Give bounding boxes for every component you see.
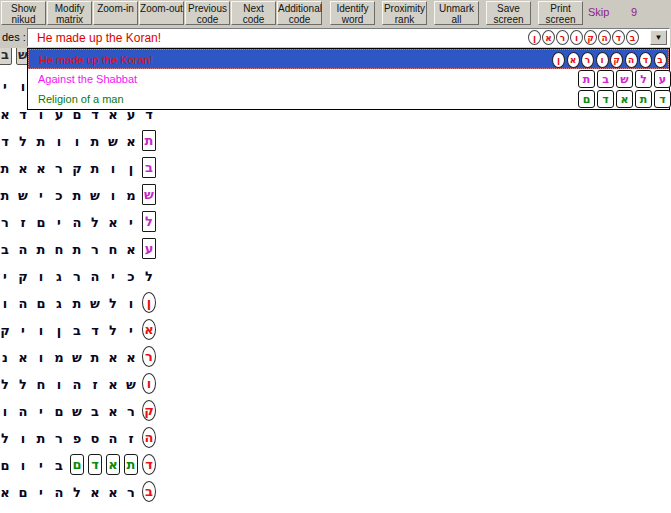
toolbar-button-print-screen[interactable]: Printscreen (538, 1, 583, 25)
combobox-dropdown-arrow-icon[interactable]: ▼ (650, 30, 667, 45)
toolbar-button-zoom-out[interactable]: Zoom-out (139, 1, 184, 25)
matrix-letter[interactable]: ס (86, 428, 104, 450)
toolbar-button-unmark-all[interactable]: Unmarkall (434, 1, 479, 25)
matrix-letter[interactable]: ב (86, 401, 104, 423)
matrix-letter[interactable]: ת (0, 185, 14, 207)
matrix-letter[interactable]: ש (86, 293, 104, 315)
matrix-letter[interactable]: פ (68, 428, 86, 450)
matrix-letter[interactable]: ל (0, 374, 14, 396)
matrix-letter[interactable]: א (14, 158, 32, 180)
toolbar-button-show-nikud[interactable]: Shownikud (1, 1, 46, 25)
matrix-letter[interactable]: א (122, 347, 140, 369)
matrix-letter[interactable]: ו (32, 320, 50, 342)
codes-combobox[interactable]: He made up the Koran! ןארוקהדב ▼ (27, 28, 670, 47)
matrix-letter[interactable]: כ (122, 266, 140, 288)
matrix-letter[interactable]: ת (68, 239, 86, 261)
matrix-letter[interactable]: ה (68, 212, 86, 234)
matrix-letter[interactable]: א (104, 401, 122, 423)
matrix-letter-marked-circle[interactable]: א (142, 319, 156, 340)
toolbar-button-save-screen[interactable]: Savescreen (486, 1, 531, 25)
matrix-letter[interactable]: ו (50, 131, 68, 153)
matrix-letter[interactable]: ת (86, 158, 104, 180)
matrix-letter[interactable]: ה (14, 239, 32, 261)
matrix-letter[interactable]: א (104, 482, 122, 504)
matrix-letter-marked-magenta[interactable]: ע (142, 238, 156, 259)
matrix-letter[interactable]: ם (32, 212, 50, 234)
matrix-letter[interactable]: ש (68, 347, 86, 369)
matrix-letter-marked-green[interactable]: ם (70, 454, 84, 475)
matrix-letter[interactable]: א (86, 482, 104, 504)
matrix-letter[interactable]: ה (14, 401, 32, 423)
matrix-letter[interactable]: ז (122, 428, 140, 450)
matrix-letter[interactable]: ל (140, 266, 158, 288)
toolbar-button-next-code[interactable]: Nextcode (231, 1, 276, 25)
matrix-letter[interactable]: ת (68, 293, 86, 315)
matrix-letter[interactable]: ו (32, 347, 50, 369)
matrix-letter[interactable]: י (0, 266, 14, 288)
matrix-letter[interactable]: ר (68, 266, 86, 288)
matrix-letter-marked-circle[interactable]: ה (142, 427, 156, 448)
matrix-letter[interactable]: י (14, 320, 32, 342)
matrix-letter[interactable]: ל (68, 482, 86, 504)
matrix-letter[interactable]: ש (104, 131, 122, 153)
matrix-letter[interactable]: ב (50, 455, 68, 477)
matrix-letter[interactable]: א (32, 158, 50, 180)
matrix-letter[interactable]: ק (0, 320, 14, 342)
matrix-letter[interactable]: ש (122, 374, 140, 396)
matrix-letter[interactable]: א (122, 239, 140, 261)
matrix-letter[interactable]: ם (14, 482, 32, 504)
matrix-letter[interactable]: ל (0, 509, 14, 513)
matrix-letter-marked-green[interactable]: א (106, 454, 120, 475)
matrix-letter[interactable]: ת (32, 509, 50, 513)
matrix-letter[interactable]: ו (0, 293, 14, 315)
matrix-letter-marked-circle[interactable]: ר (142, 346, 156, 367)
matrix-letter[interactable]: ק (14, 266, 32, 288)
matrix-letter[interactable]: ל (104, 293, 122, 315)
matrix-letter-marked-magenta[interactable]: ל (142, 211, 156, 232)
matrix-letter[interactable]: ז (14, 212, 32, 234)
matrix-letter[interactable]: א (104, 212, 122, 234)
matrix-letter[interactable]: ם (32, 293, 50, 315)
matrix-letter[interactable]: ם (122, 509, 140, 513)
matrix-letter[interactable]: ד (0, 131, 14, 153)
matrix-letter-marked-magenta[interactable]: ש (142, 184, 156, 205)
matrix-letter[interactable]: ל (86, 212, 104, 234)
matrix-letter[interactable]: ר (50, 428, 68, 450)
matrix-letter-marked-circle[interactable]: ד (142, 454, 156, 475)
matrix-letter[interactable]: ז (86, 374, 104, 396)
matrix-letter[interactable]: ו (104, 185, 122, 207)
matrix-letter[interactable]: מ (122, 185, 140, 207)
dropdown-item-2[interactable]: Against the Shabbatתבשלע (28, 69, 669, 89)
matrix-letter[interactable]: ת (0, 158, 14, 180)
matrix-letter[interactable]: ק (68, 158, 86, 180)
matrix-letter[interactable]: ג (50, 266, 68, 288)
matrix-letter[interactable]: ב (0, 239, 14, 261)
toolbar-button-identify-word[interactable]: Identifyword (330, 1, 375, 25)
matrix-letter[interactable]: ש (14, 185, 32, 207)
matrix-letter[interactable]: מ (68, 509, 86, 513)
matrix-letter[interactable]: ו (14, 455, 32, 477)
matrix-letter[interactable]: ת (86, 131, 104, 153)
matrix-letter[interactable]: ל (0, 428, 14, 450)
matrix-letter[interactable]: ל (14, 374, 32, 396)
matrix-letter[interactable]: ר (50, 158, 68, 180)
matrix-letter[interactable]: כ (50, 185, 68, 207)
matrix-letter[interactable]: ח (50, 239, 68, 261)
matrix-letter[interactable]: ת (68, 185, 86, 207)
matrix-letter[interactable]: ד (86, 320, 104, 342)
matrix-letter[interactable]: י (122, 212, 140, 234)
dropdown-item-3[interactable]: Religion of a manםדאתד (28, 89, 669, 109)
matrix-letter[interactable]: ם (0, 455, 14, 477)
matrix-letter-marked-magenta[interactable]: ת (142, 130, 156, 151)
matrix-letter[interactable]: ד (140, 509, 158, 513)
matrix-letter[interactable]: א (14, 509, 32, 513)
matrix-letter[interactable]: ת (32, 131, 50, 153)
matrix-letter[interactable]: מ (50, 347, 68, 369)
matrix-letter[interactable]: א (14, 347, 32, 369)
matrix-letter[interactable]: נ (0, 347, 14, 369)
matrix-letter[interactable]: ש (86, 185, 104, 207)
matrix-letter-marked-circle[interactable]: ן (142, 292, 156, 313)
matrix-letter[interactable]: א (122, 131, 140, 153)
matrix-letter[interactable]: ה (86, 266, 104, 288)
matrix-letter-marked-green[interactable]: ד (88, 454, 102, 475)
